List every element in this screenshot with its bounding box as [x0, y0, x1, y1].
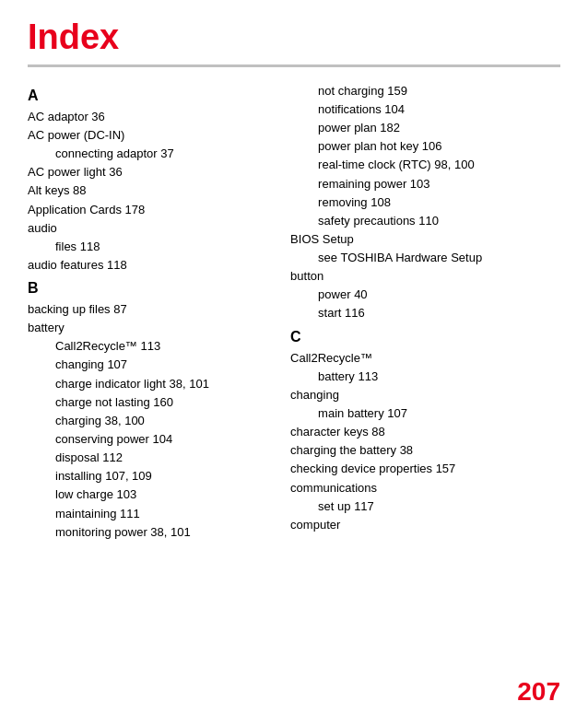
index-entry: maintaining 111: [28, 505, 263, 523]
index-entry: Alt keys 88: [28, 181, 263, 200]
index-entry: charging the battery 38: [290, 441, 560, 460]
index-entry: low charge 103: [28, 485, 263, 504]
index-entry: Call2Recycle™ 113: [28, 337, 263, 356]
index-entry: AC adaptor 36: [28, 108, 263, 126]
index-entry: main battery 107: [290, 404, 560, 423]
index-entry: charge indicator light 38, 101: [28, 375, 263, 393]
section-letter-b: B: [28, 280, 263, 297]
index-entry: battery: [28, 319, 263, 337]
index-entry: audio: [28, 219, 263, 238]
index-entry: not charging 159: [290, 82, 560, 100]
index-entry: removing 108: [290, 193, 560, 212]
index-entry: battery 113: [290, 368, 560, 386]
divider: [28, 64, 560, 67]
index-entry: changing: [290, 386, 560, 404]
index-entry: charge not lasting 160: [28, 393, 263, 412]
index-entry: remaining power 103: [290, 175, 560, 193]
index-entry: real-time clock (RTC) 98, 100: [290, 156, 560, 174]
page-number: 207: [517, 677, 560, 707]
index-entry: connecting adaptor 37: [28, 145, 263, 163]
index-entry: BIOS Setup: [290, 230, 560, 249]
index-entry: backing up files 87: [28, 300, 263, 319]
index-entry: power plan hot key 106: [290, 137, 560, 156]
index-entry: set up 117: [290, 497, 560, 516]
right-column: not charging 159notifications 104power p…: [281, 82, 560, 542]
index-entry: checking device properties 157: [290, 460, 560, 478]
section-letter-c: C: [290, 329, 560, 345]
index-entry: files 118: [28, 238, 263, 256]
left-column: AAC adaptor 36AC power (DC-IN)connecting…: [28, 82, 281, 542]
index-entry: communications: [290, 479, 560, 497]
index-entry: start 116: [290, 304, 560, 322]
index-entry: installing 107, 109: [28, 467, 263, 485]
content-columns: AAC adaptor 36AC power (DC-IN)connecting…: [28, 82, 560, 542]
index-entry: changing 107: [28, 356, 263, 374]
page-container: Index AAC adaptor 36AC power (DC-IN)conn…: [0, 0, 588, 725]
index-entry: computer: [290, 516, 560, 534]
index-entry: safety precautions 110: [290, 212, 560, 230]
index-entry: conserving power 104: [28, 430, 263, 449]
index-entry: charging 38, 100: [28, 412, 263, 430]
index-entry: see TOSHIBA Hardware Setup: [290, 249, 560, 267]
index-entry: AC power (DC-IN): [28, 126, 263, 145]
index-entry: button: [290, 267, 560, 286]
index-entry: power 40: [290, 286, 560, 304]
index-entry: Application Cards 178: [28, 201, 263, 219]
page-title: Index: [28, 18, 560, 57]
index-entry: AC power light 36: [28, 163, 263, 181]
index-entry: power plan 182: [290, 119, 560, 137]
index-entry: character keys 88: [290, 423, 560, 441]
index-entry: disposal 112: [28, 449, 263, 467]
index-entry: notifications 104: [290, 100, 560, 119]
index-entry: audio features 118: [28, 256, 263, 275]
index-entry: monitoring power 38, 101: [28, 523, 263, 542]
section-letter-a: A: [28, 88, 263, 104]
index-entry: Call2Recycle™: [290, 349, 560, 368]
